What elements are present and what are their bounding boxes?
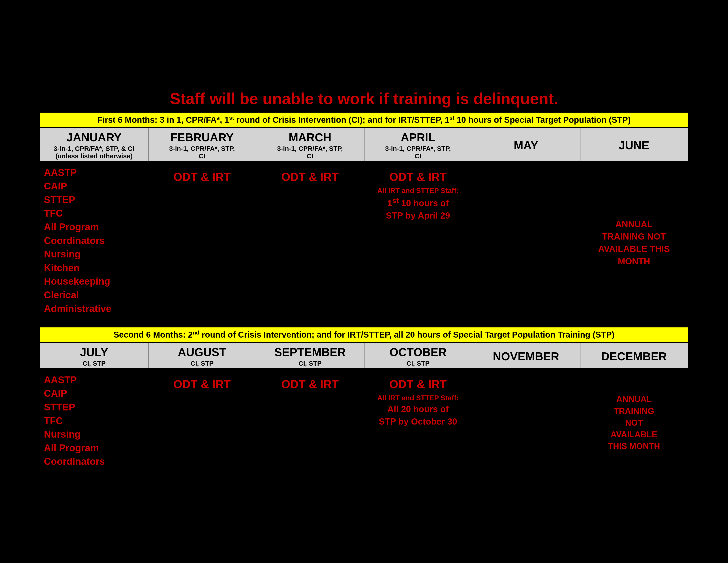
jul-coordinators: All Program Coordinators: [44, 441, 144, 468]
header-august: AUGUST CI, STP: [148, 343, 256, 368]
jan-nursing: Nursing: [44, 247, 144, 261]
apr-odt: ODT & IRT: [368, 170, 468, 183]
jul-caip: CAIP: [44, 387, 144, 400]
cell-january: AASTP CAIP STTEP TFC All Program Coordin…: [40, 161, 148, 320]
january-list: AASTP CAIP STTEP TFC All Program Coordin…: [44, 166, 144, 316]
page: Staff will be unable to work if training…: [22, 76, 706, 487]
jul-aastp: AASTP: [44, 373, 144, 387]
second-half-table: JULY CI, STP AUGUST CI, STP SEPTEMBER CI…: [40, 342, 688, 473]
february-sub: 3-in-1, CPR/FA*, STP,CI: [150, 145, 254, 160]
jan-aastp: AASTP: [44, 166, 144, 179]
august-sub: CI, STP: [150, 360, 254, 367]
jan-clerical: Clerical: [44, 288, 144, 302]
oct-odt: ODT & IRT: [368, 378, 468, 391]
jul-sttep: STTEP: [44, 400, 144, 414]
oct-note: All IRT and STTEP Staff: All 20 hours of…: [368, 393, 468, 428]
june-annual: ANNUALTRAINING NOTAVAILABLE THISMONTH: [584, 218, 684, 267]
header-march: MARCH 3-in-1, CPR/FA*, STP,CI: [256, 128, 364, 161]
apr-note-small: All IRT and STTEP Staff:: [377, 186, 459, 194]
cell-april: ODT & IRT All IRT and STTEP Staff: 1st 1…: [364, 161, 472, 320]
main-title: Staff will be unable to work if training…: [40, 90, 688, 108]
jan-caip: CAIP: [44, 179, 144, 193]
jan-kitchen: Kitchen: [44, 261, 144, 274]
april-sub: 3-in-1, CPR/FA*, STP,CI: [366, 145, 470, 160]
cell-march: ODT & IRT: [256, 161, 364, 320]
feb-odt: ODT & IRT: [152, 170, 252, 183]
cell-october: ODT & IRT All IRT and STTEP Staff: All 2…: [364, 368, 472, 473]
cell-february: ODT & IRT: [148, 161, 256, 320]
jul-nursing: Nursing: [44, 428, 144, 441]
jan-coordinators: All Program Coordinators: [44, 220, 144, 247]
header-october: OCTOBER CI, STP: [364, 343, 472, 368]
oct-note-big: All 20 hours ofSTP by October 30: [379, 404, 457, 426]
header-april: APRIL 3-in-1, CPR/FA*, STP,CI: [364, 128, 472, 161]
october-sub: CI, STP: [366, 360, 470, 367]
cell-august: ODT & IRT: [148, 368, 256, 473]
september-sub: CI, STP: [258, 360, 362, 367]
cell-may: [472, 161, 580, 320]
header-may: MAY: [472, 128, 580, 161]
cell-september: ODT & IRT: [256, 368, 364, 473]
second-half-banner: Second 6 Months: 2nd round of Crisis Int…: [40, 327, 688, 342]
aug-odt: ODT & IRT: [152, 378, 252, 391]
jan-tfc: TFC: [44, 206, 144, 220]
mar-odt: ODT & IRT: [260, 170, 360, 183]
dec-annual: ANNUALTRAININGNOTAVAILABLETHIS MONTH: [584, 394, 684, 452]
jan-housekeeping: Housekeeping: [44, 274, 144, 288]
apr-note: All IRT and STTEP Staff: 1st 10 hours of…: [368, 186, 468, 222]
first-half-banner: First 6 Months: 3 in 1, CPR/FA*, 1st rou…: [40, 112, 688, 127]
jan-administrative: Administrative: [44, 302, 144, 316]
apr-note-big: 1st 10 hours ofSTP by April 29: [386, 198, 450, 220]
oct-note-small: All IRT and STTEP Staff:: [377, 394, 459, 402]
july-sub: CI, STP: [42, 360, 146, 367]
jul-tfc: TFC: [44, 414, 144, 428]
march-sub: 3-in-1, CPR/FA*, STP,CI: [258, 145, 362, 160]
header-june: JUNE: [580, 128, 688, 161]
header-february: FEBRUARY 3-in-1, CPR/FA*, STP,CI: [148, 128, 256, 161]
header-september: SEPTEMBER CI, STP: [256, 343, 364, 368]
january-sub: 3-in-1, CPR/FA*, STP, & CI(unless listed…: [42, 145, 146, 160]
july-list: AASTP CAIP STTEP TFC Nursing All Program…: [44, 373, 144, 468]
cell-december: ANNUALTRAININGNOTAVAILABLETHIS MONTH: [580, 368, 688, 473]
header-december: DECEMBER: [580, 343, 688, 368]
cell-july: AASTP CAIP STTEP TFC Nursing All Program…: [40, 368, 148, 473]
sep-odt: ODT & IRT: [260, 378, 360, 391]
first-half-table: JANUARY 3-in-1, CPR/FA*, STP, & CI(unles…: [40, 127, 688, 321]
cell-november: [472, 368, 580, 473]
cell-june: ANNUALTRAINING NOTAVAILABLE THISMONTH: [580, 161, 688, 320]
header-july: JULY CI, STP: [40, 343, 148, 368]
header-november: NOVEMBER: [472, 343, 580, 368]
jan-sttep: STTEP: [44, 193, 144, 207]
header-january: JANUARY 3-in-1, CPR/FA*, STP, & CI(unles…: [40, 128, 148, 161]
